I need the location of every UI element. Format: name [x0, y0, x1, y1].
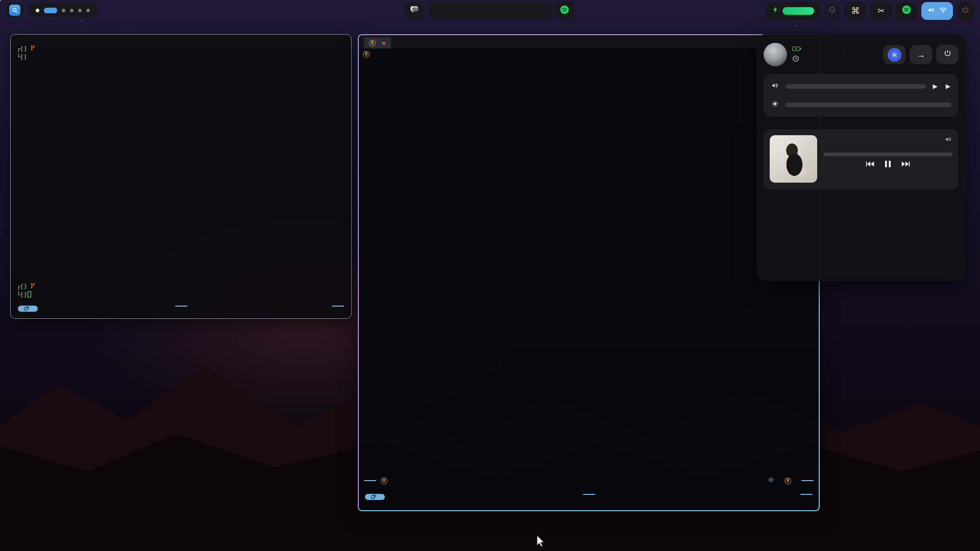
- settings-button[interactable]: [883, 45, 905, 64]
- chat-bubble-icon: [409, 5, 419, 16]
- audio-network-button[interactable]: [921, 2, 953, 20]
- arrow-right-icon: →: [916, 49, 925, 60]
- volume-slider[interactable]: [786, 84, 926, 89]
- system-tray: ⌘ ✂: [766, 2, 974, 20]
- wifi-icon: [939, 6, 947, 16]
- media-player-card: [764, 129, 959, 190]
- terminal-window[interactable]: ┌[] └[] ┌[]: [10, 34, 352, 319]
- tab-close-icon[interactable]: ×: [382, 39, 386, 47]
- sun-icon: [771, 99, 779, 110]
- battery-icon: [792, 44, 801, 55]
- workspace-dot[interactable]: [70, 9, 74, 12]
- pause-button[interactable]: [885, 160, 891, 168]
- terminal-prompt-line-2: └[]: [17, 53, 345, 61]
- power-icon: [943, 49, 952, 60]
- editor-winbar: R: [359, 48, 819, 60]
- battery-indicator: [766, 2, 820, 20]
- spotify-tray-button[interactable]: [896, 2, 917, 20]
- power-icon: [961, 6, 970, 16]
- workspace-active[interactable]: [44, 8, 57, 13]
- battery-status: [792, 44, 803, 55]
- lsp-gear-icon: [768, 477, 774, 485]
- workspace-dot[interactable]: [86, 9, 90, 12]
- terminal-prompt-bottom[interactable]: ┌[] └[]: [17, 283, 35, 298]
- control-center: → ▶ ▶: [756, 34, 966, 281]
- speaker-icon: [771, 81, 779, 92]
- terminal-cursor: [28, 291, 31, 297]
- rust-icon: R: [369, 40, 376, 46]
- bell-icon: [828, 6, 837, 16]
- power-button[interactable]: [957, 2, 974, 20]
- spotify-icon: [559, 5, 570, 17]
- volume-slider-row: ▶ ▶: [771, 81, 951, 92]
- brightness-slider-row: [771, 99, 951, 110]
- clock[interactable]: [429, 2, 552, 19]
- notification-bell-button[interactable]: [824, 2, 841, 20]
- rust-icon: R: [785, 478, 791, 484]
- statusline-file: R: [381, 478, 390, 484]
- scissors-icon: ✂: [877, 6, 885, 16]
- search-icon: [9, 5, 20, 16]
- workspace-dot[interactable]: [62, 9, 65, 12]
- album-art: [770, 135, 817, 183]
- editor-tab-bar: R ×: [359, 35, 819, 48]
- gear-icon: [888, 48, 901, 62]
- editor-statusline: R R: [359, 475, 819, 486]
- volume-output-button[interactable]: ▶: [932, 83, 939, 90]
- control-center-header: →: [764, 41, 959, 68]
- search-button[interactable]: [6, 3, 23, 18]
- volume-app-button[interactable]: ▶: [945, 83, 951, 90]
- workspace-dot[interactable]: [78, 9, 82, 12]
- git-branch-icon: [31, 45, 35, 53]
- git-branch-icon: [31, 283, 35, 291]
- command-button[interactable]: ⌘: [845, 2, 866, 20]
- screenshot-button[interactable]: ✂: [870, 2, 892, 20]
- expand-button[interactable]: →: [910, 45, 932, 64]
- terminal-tmux-bar: [11, 306, 351, 316]
- output-speaker-icon[interactable]: [944, 135, 952, 145]
- speaker-icon: [927, 6, 936, 16]
- tmux-window-pill[interactable]: [365, 494, 385, 500]
- sliders-card: ▶ ▶: [764, 74, 959, 117]
- previous-track-button[interactable]: [866, 161, 874, 167]
- notifications-button[interactable]: [405, 2, 424, 19]
- workspace-indicator[interactable]: [29, 3, 97, 17]
- rust-icon: R: [381, 478, 387, 484]
- rust-icon: R: [363, 51, 370, 58]
- tmux-clock-pill: [800, 494, 813, 495]
- next-track-button[interactable]: [901, 161, 910, 167]
- spotify-icon: [901, 5, 912, 17]
- vim-mode-pill: [364, 480, 376, 481]
- tmux-session-pill[interactable]: [175, 306, 187, 307]
- stars: [0, 0, 1, 1]
- command-icon: ⌘: [851, 6, 860, 16]
- track-progress-bar[interactable]: [823, 153, 952, 156]
- cursor-position-pill: [801, 480, 814, 481]
- workspace-dot[interactable]: [36, 9, 39, 12]
- uptime-status: [792, 55, 803, 65]
- avatar: [764, 43, 787, 66]
- brightness-slider[interactable]: [786, 103, 951, 107]
- lightning-icon: [772, 5, 779, 16]
- clock-icon: [792, 55, 799, 65]
- tab-main-rs[interactable]: R ×: [364, 37, 391, 48]
- power-menu-button[interactable]: [936, 45, 959, 64]
- spotify-mini-button[interactable]: [554, 2, 575, 19]
- terminal-prompt-line-1: ┌[]: [17, 45, 345, 53]
- statusline-lsp: [768, 477, 777, 485]
- tmux-clock-pill: [332, 306, 344, 307]
- battery-bar: [782, 7, 814, 15]
- editor-tmux-bar: [359, 494, 819, 505]
- editor-window[interactable]: R × R R R: [358, 34, 820, 511]
- tmux-session-pill[interactable]: [583, 494, 595, 495]
- tmux-window-pill[interactable]: [18, 306, 38, 312]
- statusline-filetype: R: [785, 478, 794, 484]
